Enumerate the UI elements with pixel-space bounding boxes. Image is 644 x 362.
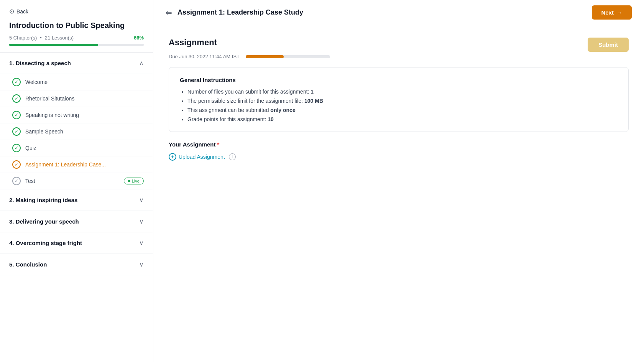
separator: •	[40, 35, 42, 41]
due-date-label: Due Jun 30, 2022 11:44 AM IST	[169, 54, 240, 59]
progress-percentage: 66%	[134, 35, 144, 41]
sidebar: ⊙ Back Introduction to Public Speaking 5…	[0, 0, 153, 362]
info-icon[interactable]: i	[229, 153, 236, 160]
lesson-complete-icon: ✓	[12, 127, 21, 136]
due-progress-wrap	[246, 55, 629, 58]
back-label: Back	[16, 8, 28, 15]
lesson-incomplete-icon: ✓	[12, 177, 21, 185]
instructions-box: General Instructions Number of files you…	[169, 67, 629, 132]
submit-button[interactable]: Submit	[588, 38, 629, 52]
due-progress-background	[246, 55, 330, 58]
lesson-name: Welcome	[25, 79, 48, 85]
chapter-5: 5. Conclusion ∨	[0, 254, 153, 275]
lesson-complete-icon: ✓	[12, 111, 21, 119]
sidebar-scroll: 1. Dissecting a speech ∧ ✓ Welcome ✓ Rhe…	[0, 53, 153, 362]
list-item: Grade points for this assignment: 10	[187, 116, 618, 122]
back-button[interactable]: ⊙ Back	[9, 8, 28, 15]
list-item[interactable]: ✓ Rhetorical Situtaions	[0, 90, 153, 107]
chapter-4-title: 4. Overcoming stage fright	[9, 240, 82, 246]
assignment-header-title: Assignment 1: Leadership Case Study	[177, 8, 303, 16]
chapter-2-header[interactable]: 2. Making inspiring ideas ∨	[0, 189, 153, 211]
chapter-5-title: 5. Conclusion	[9, 261, 47, 268]
list-item: Number of files you can submit for this …	[187, 89, 618, 95]
progress-bar-fill	[9, 44, 98, 46]
upload-row: + Upload Assignment i	[169, 153, 629, 161]
next-label: Next	[601, 9, 614, 16]
live-dot	[128, 180, 130, 182]
lesson-name: Speaking is not writing	[25, 112, 79, 118]
back-circle-icon: ⊙	[9, 8, 14, 15]
lesson-name: Quiz	[25, 145, 36, 151]
sidebar-header: ⊙ Back Introduction to Public Speaking 5…	[0, 0, 153, 53]
chevron-down-icon: ∨	[139, 218, 144, 225]
chapter-5-header[interactable]: 5. Conclusion ∨	[0, 254, 153, 275]
list-item[interactable]: ✓ Sample Speech	[0, 123, 153, 140]
lesson-complete-icon: ✓	[12, 78, 21, 86]
your-assignment-label: Your Assignment *	[169, 141, 629, 148]
live-label: Live	[132, 179, 140, 183]
chapter-1-content: ✓ Welcome ✓ Rhetorical Situtaions ✓ Spea…	[0, 74, 153, 189]
instruction-text: Number of files you can submit for this …	[187, 89, 310, 95]
lesson-name: Test	[25, 178, 35, 184]
chapter-1-title: 1. Dissecting a speech	[9, 60, 71, 66]
main-body: Assignment Submit Due Jun 30, 2022 11:44…	[153, 25, 644, 362]
chevron-down-icon: ∨	[139, 196, 144, 204]
due-row: Due Jun 30, 2022 11:44 AM IST	[169, 54, 629, 59]
instruction-bold: only once	[270, 107, 295, 113]
lesson-name: Sample Speech	[25, 128, 63, 135]
your-assignment-section: Your Assignment * + Upload Assignment i	[169, 141, 629, 161]
lesson-active-icon: ✓	[12, 160, 21, 169]
list-item[interactable]: ✓ Welcome	[0, 74, 153, 90]
list-item: The permissible size limit for the assig…	[187, 98, 618, 104]
list-item-active-assignment[interactable]: ✓ Assignment 1: Leadership Case...	[0, 156, 153, 173]
next-button[interactable]: Next →	[592, 5, 632, 20]
lesson-complete-icon: ✓	[12, 94, 21, 103]
chapter-1: 1. Dissecting a speech ∧ ✓ Welcome ✓ Rhe…	[0, 53, 153, 189]
instruction-bold: 1	[310, 89, 314, 95]
upload-plus-icon: +	[169, 153, 176, 161]
instruction-text: The permissible size limit for the assig…	[187, 98, 304, 104]
chapter-2: 2. Making inspiring ideas ∨	[0, 189, 153, 211]
chapter-1-header[interactable]: 1. Dissecting a speech ∧	[0, 53, 153, 74]
chapter-3-header[interactable]: 3. Delivering your speech ∨	[0, 211, 153, 232]
next-arrow-icon: →	[617, 9, 623, 16]
chapter-3-title: 3. Delivering your speech	[9, 218, 79, 225]
main-content: ⇐ Assignment 1: Leadership Case Study Ne…	[153, 0, 644, 362]
chevron-down-icon: ∨	[139, 261, 144, 268]
lesson-name-active: Assignment 1: Leadership Case...	[25, 161, 106, 168]
upload-assignment-button[interactable]: + Upload Assignment	[169, 153, 225, 161]
lesson-name: Rhetorical Situtaions	[25, 95, 74, 102]
course-meta: 5 Chapter(s) • 21 Lesson(s) 66%	[9, 35, 144, 41]
list-item[interactable]: ✓ Quiz	[0, 140, 153, 156]
back-arrow-icon[interactable]: ⇐	[166, 8, 172, 17]
required-star: *	[217, 141, 220, 148]
chapter-4: 4. Overcoming stage fright ∨	[0, 232, 153, 254]
progress-bar-background	[9, 44, 144, 46]
chapters-count: 5 Chapter(s)	[9, 35, 37, 41]
lesson-complete-icon: ✓	[12, 144, 21, 152]
instruction-text: This assignment can be submitted	[187, 107, 270, 113]
main-header-left: ⇐ Assignment 1: Leadership Case Study	[166, 8, 303, 17]
upload-label: Upload Assignment	[179, 154, 225, 160]
instruction-text: Grade points for this assignment:	[187, 116, 268, 122]
chapter-4-header[interactable]: 4. Overcoming stage fright ∨	[0, 232, 153, 254]
course-title: Introduction to Public Speaking	[9, 20, 144, 30]
instructions-title: General Instructions	[180, 77, 618, 83]
due-progress-fill	[246, 55, 284, 58]
chevron-down-icon: ∨	[139, 239, 144, 247]
assignment-section-title: Assignment	[169, 38, 217, 48]
live-badge: Live	[124, 178, 144, 184]
your-assignment-text: Your Assignment	[169, 141, 216, 148]
instructions-list: Number of files you can submit for this …	[180, 89, 618, 122]
chevron-up-icon: ∧	[139, 59, 144, 67]
list-item: This assignment can be submitted only on…	[187, 107, 618, 113]
list-item[interactable]: ✓ Speaking is not writing	[0, 107, 153, 123]
list-item[interactable]: ✓ Test Live	[0, 173, 153, 189]
chapter-2-title: 2. Making inspiring ideas	[9, 197, 77, 203]
chapter-3: 3. Delivering your speech ∨	[0, 211, 153, 232]
instruction-bold: 10	[268, 116, 274, 122]
instruction-bold: 100 MB	[304, 98, 323, 104]
main-header: ⇐ Assignment 1: Leadership Case Study Ne…	[153, 0, 644, 25]
lessons-count: 21 Lesson(s)	[45, 35, 74, 41]
